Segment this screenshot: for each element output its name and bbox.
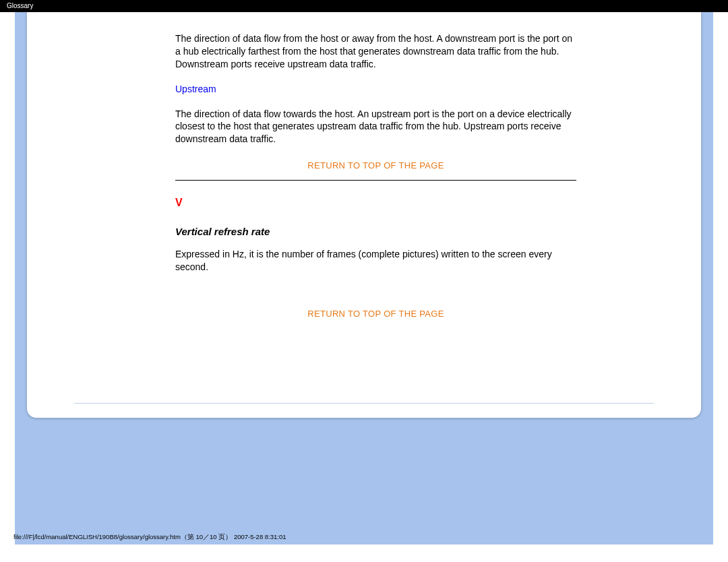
return-to-top-1-wrap: RETURN TO TOP OF THE PAGE (175, 159, 576, 172)
paper-wrap: The direction of data flow from the host… (27, 12, 701, 418)
left-margin-band (0, 12, 15, 544)
footer-file-path: file:///F|/lcd/manual/ENGLISH/190B8/glos… (13, 533, 232, 540)
page-background: The direction of data flow from the host… (0, 12, 728, 544)
vertical-refresh-rate-title: Vertical refresh rate (175, 225, 576, 239)
section-letter-v: V (175, 195, 576, 210)
vertical-refresh-rate-paragraph: Expressed in Hz, it is the number of fra… (175, 248, 576, 274)
footer-timestamp: 2007-5-28 8:31:01 (234, 533, 286, 540)
right-margin-band (713, 12, 728, 544)
window-title-bar: Glossary (0, 0, 728, 12)
document-page: The direction of data flow from the host… (27, 12, 701, 418)
window-title: Glossary (7, 2, 33, 9)
downstream-paragraph: The direction of data flow from the host… (175, 32, 576, 71)
upstream-term: Upstream (175, 83, 576, 96)
page-bottom-separator (74, 403, 654, 404)
return-to-top-2-wrap: RETURN TO TOP OF THE PAGE (175, 307, 576, 320)
section-divider (175, 180, 576, 181)
return-to-top-link[interactable]: RETURN TO TOP OF THE PAGE (307, 160, 444, 170)
footer-status-line: file:///F|/lcd/manual/ENGLISH/190B8/glos… (13, 533, 286, 542)
upstream-paragraph: The direction of data flow towards the h… (175, 108, 576, 146)
return-to-top-link[interactable]: RETURN TO TOP OF THE PAGE (307, 309, 444, 319)
